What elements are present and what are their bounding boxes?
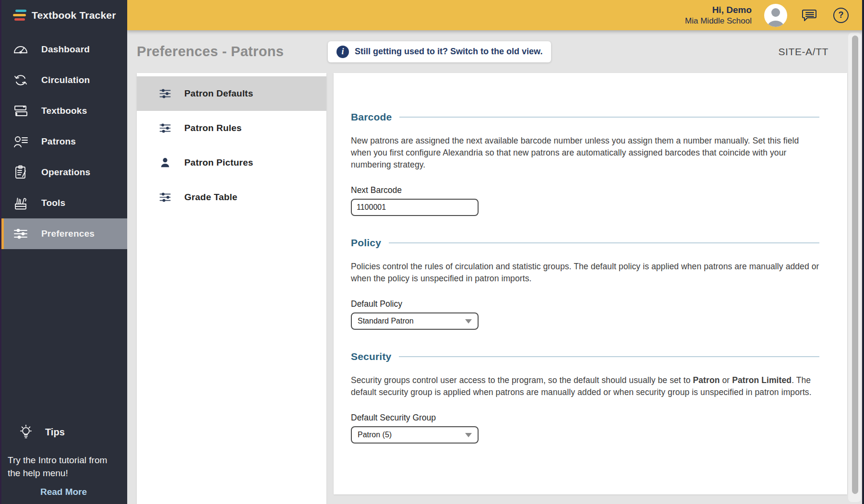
section-divider bbox=[389, 242, 819, 243]
info-icon: i bbox=[336, 46, 349, 58]
subnav-item-patron-defaults[interactable]: Patron Defaults bbox=[137, 76, 326, 111]
policy-description: Policies control the rules of circulatio… bbox=[351, 261, 819, 285]
selected-value: Standard Patron bbox=[358, 317, 414, 325]
subnav-item-label: Grade Table bbox=[184, 192, 238, 203]
sliders-icon bbox=[12, 225, 30, 243]
left-screen-edge bbox=[0, 0, 1, 504]
sidebar-item-label: Circulation bbox=[41, 75, 90, 85]
sliders-icon bbox=[158, 87, 172, 100]
next-barcode-label: Next Barcode bbox=[351, 185, 819, 195]
section-divider bbox=[399, 356, 819, 357]
sidebar-item-circulation[interactable]: Circulation bbox=[0, 65, 127, 96]
tips-panel: Tips Try the Intro tutorial from the hel… bbox=[0, 424, 127, 497]
app-window: Hi, Demo Mia Middle School ? bbox=[0, 0, 864, 504]
default-policy-select[interactable]: Standard Patron bbox=[351, 312, 479, 330]
sidebar-item-dashboard[interactable]: Dashboard bbox=[0, 34, 127, 65]
circulation-arrows-icon bbox=[12, 71, 30, 89]
sidebar: Textbook Tracker Dashboard Circul bbox=[0, 0, 127, 504]
old-view-banner[interactable]: i Still getting used to it? Switch to th… bbox=[328, 41, 551, 62]
sidebar-nav: Dashboard Circulation Te bbox=[0, 34, 127, 249]
messages-button[interactable] bbox=[800, 6, 819, 25]
lightbulb-icon bbox=[17, 424, 35, 441]
security-heading: Security bbox=[351, 351, 391, 362]
subnav-item-label: Patron Defaults bbox=[184, 88, 253, 99]
chat-bubble-icon bbox=[801, 7, 817, 24]
subnav-item-label: Patron Rules bbox=[184, 123, 242, 133]
sliders-icon bbox=[158, 121, 172, 135]
chevron-down-icon bbox=[465, 319, 472, 324]
barcode-section: Barcode New patrons are assigned the nex… bbox=[351, 111, 819, 216]
sidebar-item-label: Patrons bbox=[41, 136, 76, 147]
banner-text: Still getting used to it? Switch to the … bbox=[355, 47, 542, 57]
default-policy-label: Default Policy bbox=[351, 299, 819, 309]
toolbox-icon bbox=[12, 194, 30, 212]
site-code: SITE-A/TT bbox=[778, 46, 828, 58]
subnav-item-patron-rules[interactable]: Patron Rules bbox=[137, 111, 326, 145]
sidebar-item-label: Operations bbox=[41, 167, 90, 178]
default-security-group-select[interactable]: Patron (5) bbox=[351, 426, 479, 444]
clipboard-icon bbox=[12, 163, 30, 181]
sidebar-item-textbooks[interactable]: Textbooks bbox=[0, 96, 127, 126]
user-info: Hi, Demo Mia Middle School bbox=[685, 4, 752, 26]
content-area: Preferences - Patrons i Still getting us… bbox=[127, 30, 864, 504]
right-screen-edge bbox=[862, 0, 864, 504]
sidebar-item-label: Textbooks bbox=[41, 106, 87, 116]
read-more-link[interactable]: Read More bbox=[7, 487, 120, 497]
barcode-description: New patrons are assigned the next availa… bbox=[351, 135, 819, 171]
patron-person-lines-icon bbox=[12, 132, 30, 151]
security-section: Security Security groups control user ac… bbox=[351, 351, 819, 444]
subnav-item-grade-table[interactable]: Grade Table bbox=[137, 180, 326, 215]
user-school: Mia Middle School bbox=[685, 16, 752, 26]
tips-title: Tips bbox=[45, 427, 65, 438]
tips-text: Try the Intro tutorial from the help men… bbox=[7, 454, 120, 480]
security-text-mid: or bbox=[720, 375, 732, 385]
patron-defaults-panel: Barcode New patrons are assigned the nex… bbox=[334, 73, 847, 494]
section-divider bbox=[399, 117, 819, 118]
top-bar: Hi, Demo Mia Middle School ? bbox=[127, 0, 864, 30]
app-logo: Textbook Tracker bbox=[0, 0, 127, 30]
security-description: Security groups control user access to t… bbox=[351, 374, 819, 398]
subnav-item-patron-pictures[interactable]: Patron Pictures bbox=[137, 145, 326, 180]
user-greeting: Hi, Demo bbox=[685, 4, 752, 16]
barcode-heading: Barcode bbox=[351, 111, 392, 123]
default-security-group-label: Default Security Group bbox=[351, 413, 819, 423]
sidebar-item-label: Tools bbox=[41, 198, 65, 208]
scrollbar-track[interactable] bbox=[848, 33, 861, 502]
sliders-icon bbox=[158, 191, 172, 204]
next-barcode-input[interactable] bbox=[351, 199, 479, 216]
page-title: Preferences - Patrons bbox=[137, 44, 284, 60]
app-title: Textbook Tracker bbox=[32, 10, 116, 21]
sidebar-item-label: Dashboard bbox=[41, 44, 90, 55]
user-avatar[interactable] bbox=[764, 4, 787, 27]
help-button[interactable]: ? bbox=[831, 6, 851, 25]
policy-heading: Policy bbox=[351, 237, 381, 249]
person-silhouette-icon bbox=[764, 4, 787, 27]
chevron-down-icon bbox=[465, 433, 472, 437]
sidebar-item-patrons[interactable]: Patrons bbox=[0, 126, 127, 157]
question-mark-icon: ? bbox=[833, 8, 849, 23]
preferences-subnav: Patron Defaults Patron Rules bbox=[137, 73, 326, 504]
sidebar-item-tools[interactable]: Tools bbox=[0, 188, 127, 218]
subnav-item-label: Patron Pictures bbox=[184, 157, 253, 168]
security-bold-patron: Patron bbox=[693, 375, 720, 385]
selected-value: Patron (5) bbox=[358, 431, 392, 439]
policy-section: Policy Policies control the rules of cir… bbox=[351, 237, 819, 330]
scrollbar-thumb[interactable] bbox=[852, 36, 858, 494]
logo-bars-icon bbox=[12, 9, 27, 22]
security-text-pre: Security groups control user access to t… bbox=[351, 375, 693, 385]
sidebar-item-preferences[interactable]: Preferences bbox=[0, 218, 127, 249]
security-bold-patron-limited: Patron Limited bbox=[732, 375, 792, 385]
sidebar-item-label: Preferences bbox=[41, 228, 95, 239]
page-header: Preferences - Patrons i Still getting us… bbox=[127, 30, 864, 73]
person-icon bbox=[158, 156, 172, 169]
sidebar-item-operations[interactable]: Operations bbox=[0, 157, 127, 188]
books-stack-icon bbox=[12, 102, 30, 120]
dashboard-gauge-icon bbox=[12, 40, 30, 59]
